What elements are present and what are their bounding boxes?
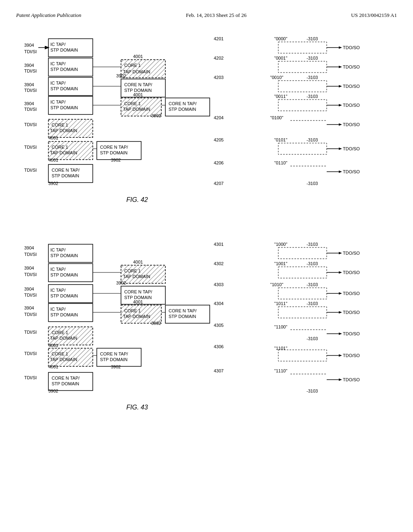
svg-text:3904: 3904	[24, 245, 34, 250]
svg-text:CORE 1: CORE 1	[124, 101, 141, 106]
svg-rect-20	[121, 60, 165, 78]
svg-marker-79	[339, 123, 342, 126]
svg-text:CORE 1: CORE 1	[124, 268, 141, 273]
svg-text:-3103: -3103	[307, 181, 318, 186]
svg-text:TDO/SO: TDO/SO	[343, 45, 360, 50]
svg-rect-10	[278, 42, 327, 53]
svg-text:4305: 4305	[214, 323, 223, 328]
svg-text:TDO/SO: TDO/SO	[343, 103, 360, 108]
svg-text:4203: 4203	[214, 75, 223, 80]
svg-text:4207: 4207	[214, 181, 223, 186]
svg-text:TAP DOMAIN: TAP DOMAIN	[123, 314, 150, 319]
svg-marker-157	[339, 292, 342, 295]
fig43-svg: 3904 IC TAP/ STP DOMAIN TDI/SI 4301 "100…	[16, 240, 395, 438]
svg-text:FIG. 43: FIG. 43	[126, 404, 148, 411]
svg-text:CORE N TAP/: CORE N TAP/	[169, 308, 197, 313]
page: Patent Application Publication Feb. 14, …	[0, 0, 413, 532]
svg-text:"0101": "0101"	[274, 137, 287, 142]
svg-text:TAP DOMAIN: TAP DOMAIN	[123, 274, 150, 279]
svg-rect-65	[278, 100, 327, 111]
svg-text:"1110": "1110"	[274, 368, 287, 373]
svg-text:-3103: -3103	[307, 261, 318, 266]
svg-text:TDI/SI: TDI/SI	[24, 272, 37, 277]
svg-text:TDO/SO: TDO/SO	[343, 353, 360, 358]
svg-text:4001: 4001	[48, 158, 58, 162]
svg-text:4206: 4206	[214, 160, 223, 165]
svg-text:TAP DOMAIN: TAP DOMAIN	[123, 69, 150, 74]
fig42-section: IC TAP/ STP DOMAIN 3904 TDI/SI 4201 "000…	[16, 35, 397, 232]
svg-text:TDI/SI: TDI/SI	[24, 107, 37, 112]
svg-text:IC TAP/: IC TAP/	[50, 81, 66, 85]
svg-text:-3103: -3103	[307, 75, 318, 80]
svg-text:-3103: -3103	[307, 94, 318, 99]
svg-text:4204: 4204	[214, 115, 223, 120]
svg-text:"0110": "0110"	[274, 160, 287, 165]
svg-text:IC TAP/: IC TAP/	[50, 267, 66, 272]
svg-text:3902: 3902	[151, 113, 161, 118]
svg-text:3904: 3904	[24, 63, 34, 68]
svg-text:"0100": "0100"	[270, 115, 283, 120]
svg-text:TDI/SI: TDI/SI	[24, 351, 37, 356]
svg-text:TDI/SI: TDI/SI	[24, 88, 37, 93]
svg-text:CORE 1: CORE 1	[124, 308, 141, 313]
svg-text:4304: 4304	[214, 301, 223, 306]
svg-text:"1010": "1010"	[270, 282, 283, 287]
svg-text:STP DOMAIN: STP DOMAIN	[169, 314, 196, 319]
svg-text:CORE 1: CORE 1	[52, 145, 68, 150]
svg-text:4201: 4201	[214, 36, 223, 41]
svg-text:STP DOMAIN: STP DOMAIN	[50, 312, 78, 317]
svg-text:TAP DOMAIN: TAP DOMAIN	[50, 336, 77, 341]
svg-text:"0010": "0010"	[270, 75, 283, 80]
svg-text:4001: 4001	[133, 54, 143, 59]
svg-text:"1000": "1000"	[274, 242, 287, 247]
fig42-svg: IC TAP/ STP DOMAIN 3904 TDI/SI 4201 "000…	[16, 35, 395, 232]
svg-text:STP DOMAIN: STP DOMAIN	[52, 381, 79, 386]
svg-text:"1001": "1001"	[274, 261, 287, 266]
svg-text:4001: 4001	[133, 260, 143, 264]
svg-text:-3103: -3103	[307, 137, 318, 142]
svg-text:TDI/SI: TDI/SI	[24, 168, 37, 172]
page-header: Patent Application Publication Feb. 14, …	[16, 8, 397, 27]
svg-text:CORE N TAP/: CORE N TAP/	[124, 289, 152, 294]
svg-rect-94	[278, 143, 327, 154]
svg-text:3902: 3902	[116, 281, 126, 285]
svg-marker-46	[339, 85, 342, 87]
svg-text:IC TAP/: IC TAP/	[50, 100, 66, 104]
svg-text:3902: 3902	[151, 321, 161, 326]
svg-text:3904: 3904	[24, 43, 34, 48]
svg-text:4001: 4001	[48, 343, 58, 348]
svg-text:STP DOMAIN: STP DOMAIN	[100, 150, 127, 155]
svg-text:STP DOMAIN: STP DOMAIN	[50, 48, 78, 52]
svg-text:TDI/SI: TDI/SI	[24, 69, 37, 73]
svg-text:TDI/SI: TDI/SI	[24, 375, 37, 380]
svg-text:3902: 3902	[116, 73, 126, 78]
svg-text:3902: 3902	[111, 158, 121, 162]
svg-text:TDO/SO: TDO/SO	[343, 146, 360, 151]
svg-text:STP DOMAIN: STP DOMAIN	[50, 105, 78, 110]
svg-text:CORE N TAP/: CORE N TAP/	[100, 145, 128, 150]
svg-text:STP DOMAIN: STP DOMAIN	[50, 67, 78, 72]
svg-rect-27	[278, 61, 327, 73]
fig43-section: 3904 IC TAP/ STP DOMAIN TDI/SI 4301 "100…	[16, 240, 397, 438]
svg-text:3904: 3904	[24, 266, 34, 270]
svg-text:STP DOMAIN: STP DOMAIN	[50, 253, 78, 258]
svg-text:CORE N TAP/: CORE N TAP/	[100, 351, 128, 356]
svg-text:CORE N TAP/: CORE N TAP/	[124, 82, 152, 87]
svg-text:TDO/SO: TDO/SO	[343, 331, 360, 336]
header-patent-number: US 2013/0042159 A1	[351, 12, 397, 19]
svg-text:3904: 3904	[24, 82, 34, 87]
svg-marker-140	[339, 271, 342, 274]
svg-text:STP DOMAIN: STP DOMAIN	[50, 293, 78, 298]
header-publication: Patent Application Publication	[16, 12, 81, 19]
svg-text:TAP DOMAIN: TAP DOMAIN	[123, 107, 150, 112]
svg-text:CORE 1: CORE 1	[52, 351, 68, 356]
svg-marker-12	[339, 46, 342, 49]
svg-text:3902: 3902	[48, 181, 58, 186]
svg-text:"1011": "1011"	[274, 301, 287, 306]
svg-text:TDO/SO: TDO/SO	[343, 291, 360, 296]
svg-text:-3103: -3103	[307, 56, 318, 60]
svg-rect-205	[278, 350, 327, 361]
svg-text:TDI/SI: TDI/SI	[24, 293, 37, 297]
svg-text:TDO/SO: TDO/SO	[343, 270, 360, 275]
svg-rect-44	[278, 81, 327, 92]
